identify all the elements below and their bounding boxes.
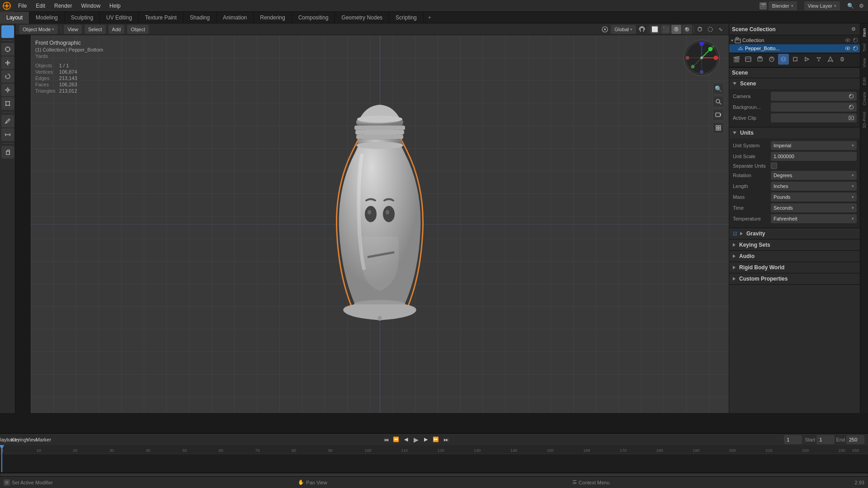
tool-add-cube[interactable] [1,146,14,159]
menu-render[interactable]: Render [50,0,76,12]
scene-header[interactable]: Scene [729,78,860,89]
tab-tool[interactable]: Tool [861,41,868,55]
select-btn[interactable]: Select [85,25,106,34]
tool-select[interactable] [1,25,14,38]
tab-scripting[interactable]: Scripting [389,12,424,23]
marker-menu-btn[interactable]: Marker [39,435,48,444]
btn-jump-start[interactable]: ⏮ [382,435,391,444]
blender-logo[interactable] [0,0,14,12]
tab-edit[interactable]: Edit [861,75,868,88]
tab-sculpting[interactable]: Sculpting [65,12,100,23]
pi-physics[interactable] [825,54,836,65]
collection-render[interactable] [852,37,859,43]
btn-prev-keyframe[interactable]: ⏪ [392,435,401,444]
zoom-out-btn[interactable] [712,96,724,108]
overlay-btn[interactable] [695,25,704,34]
viewport-gizmo[interactable]: X Y Z [684,40,724,80]
xray-btn[interactable] [706,25,715,34]
tab-compositing[interactable]: Compositing [292,12,335,23]
pi-output[interactable] [743,54,754,65]
tab-animation[interactable]: Animation [217,12,254,23]
collection-row[interactable]: ▾ Collection [729,36,860,44]
end-frame-field[interactable]: 250 [846,435,864,444]
pepper-eye[interactable] [844,45,851,52]
shade-rendered[interactable] [682,25,692,34]
tool-measure[interactable] [1,128,14,141]
gravity-check[interactable]: ☑ [733,231,737,237]
audio-header[interactable]: Audio [729,251,860,262]
time-select[interactable]: Seconds ▾ [771,203,857,212]
global-selector[interactable]: Global ▾ [611,25,636,34]
gravity-header[interactable]: ☑ Gravity [729,228,860,239]
tab-create[interactable]: Create [861,89,868,108]
units-header[interactable]: Units [729,127,860,138]
unit-scale-field[interactable]: 1.000000 [771,152,857,161]
menu-help[interactable]: Help [105,0,125,12]
unit-system-select[interactable]: Imperial ▾ [771,141,857,150]
rigid-body-header[interactable]: Rigid Body World [729,262,860,273]
grid-view-btn[interactable] [712,122,724,134]
tab-modeling[interactable]: Modeling [29,12,65,23]
mass-select[interactable]: Pounds ▾ [771,192,857,202]
pi-scene[interactable] [766,54,777,65]
pi-object[interactable] [790,54,801,65]
tab-shading[interactable]: Shading [184,12,217,23]
gizmo-circle[interactable]: X Y Z [684,40,720,76]
background-field[interactable] [771,103,857,112]
top-settings-btn[interactable]: ⚙ [856,1,866,11]
active-clip-field[interactable] [771,113,857,122]
pi-render[interactable]: 🎬 [731,54,742,65]
btn-play[interactable]: ▶ [411,435,420,444]
menu-file[interactable]: File [14,0,31,12]
shade-wire[interactable]: ⬜ [650,25,660,34]
tool-scale[interactable] [1,84,14,96]
menu-edit[interactable]: Edit [31,0,50,12]
timeline-ruler-area[interactable]: 1 10 20 30 40 50 60 70 80 90 100 110 120… [0,445,868,472]
add-btn[interactable]: Add [108,25,125,34]
tab-layout[interactable]: Layout [0,12,29,23]
keyframe-area[interactable] [0,454,868,472]
tab-rendering[interactable]: Rendering [254,12,292,23]
view-menu-btn[interactable]: View [27,435,36,444]
props-content[interactable]: Scene Scene Camera [729,67,860,413]
camera-view-btn[interactable] [712,109,724,121]
collection-expand[interactable]: ▾ [731,38,733,43]
tab-item[interactable]: Item [861,25,868,40]
tab-uv-editing[interactable]: UV Editing [100,12,139,23]
pi-constraints[interactable] [837,54,848,65]
length-select[interactable]: Inches ▾ [771,182,857,191]
btn-prev-frame[interactable]: ◀ [401,435,410,444]
pepper-botto-row[interactable]: Pepper_Botto... [729,44,860,52]
pi-particles[interactable] [813,54,824,65]
path-btn[interactable]: ∿ [716,25,725,34]
tool-annotate[interactable] [1,115,14,127]
btn-next-keyframe[interactable]: ⏩ [431,435,440,444]
shade-solid[interactable]: ⬛ [660,25,670,34]
view-btn[interactable]: View [64,25,82,34]
separate-units-checkbox[interactable] [771,163,777,169]
pi-view-layer[interactable] [755,54,765,65]
temperature-select[interactable]: Fahrenheit ▾ [771,214,857,223]
collection-eye[interactable] [844,37,851,43]
camera-field[interactable] [771,92,857,101]
pi-world[interactable] [778,54,789,65]
rotation-select[interactable]: Degrees ▾ [771,171,857,180]
tool-cursor[interactable] [1,43,14,56]
tab-geometry-nodes[interactable]: Geometry Nodes [335,12,389,23]
object-mode-btn[interactable]: Object Mode ▾ [19,25,58,34]
keying-sets-header[interactable]: Keying Sets [729,239,860,250]
shade-material[interactable] [671,25,681,34]
object-btn[interactable]: Object [127,25,149,34]
tab-view[interactable]: View [861,55,868,70]
tool-move[interactable] [1,56,14,69]
top-search-btn[interactable]: 🔍 [845,1,855,11]
zoom-in-btn[interactable]: 🔍 [712,83,724,94]
custom-props-header[interactable]: Custom Properties [729,273,860,284]
add-workspace-tab[interactable]: + [424,14,436,21]
snap-magnet-btn[interactable] [637,25,646,34]
tab-3d-print[interactable]: 3D-Print [861,109,868,131]
keying-menu-btn[interactable]: Keying ▾ [15,435,24,444]
scene-collection-settings[interactable]: ⚙ [849,25,858,33]
pi-modifier[interactable] [802,54,812,65]
btn-next-frame[interactable]: ▶ [421,435,430,444]
